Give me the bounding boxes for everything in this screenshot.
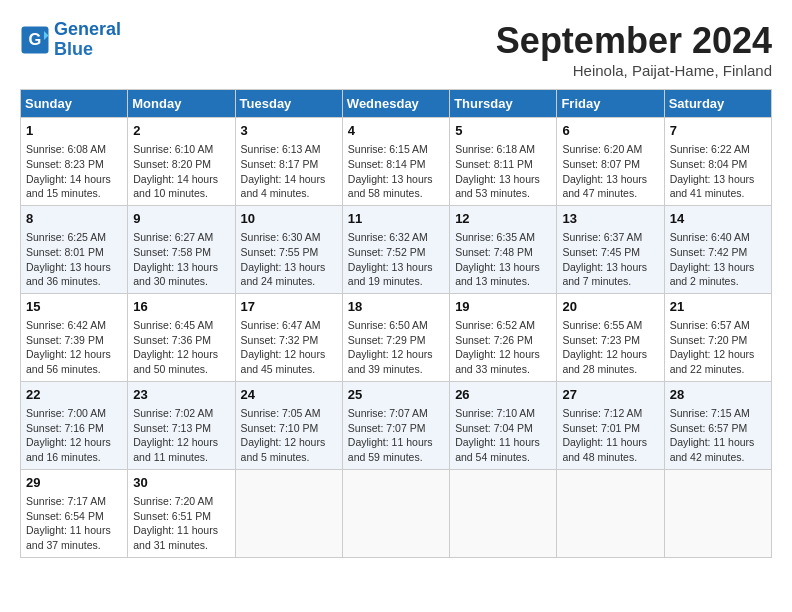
sunset-text: Sunset: 7:01 PM: [562, 421, 658, 436]
month-title: September 2024: [496, 20, 772, 62]
sunrise-text: Sunrise: 7:20 AM: [133, 494, 229, 509]
daylight-text: Daylight: 12 hours and 22 minutes.: [670, 347, 766, 376]
sunrise-text: Sunrise: 6:52 AM: [455, 318, 551, 333]
sunset-text: Sunset: 8:17 PM: [241, 157, 337, 172]
sunset-text: Sunset: 6:51 PM: [133, 509, 229, 524]
day-number: 18: [348, 298, 444, 316]
sunrise-text: Sunrise: 6:57 AM: [670, 318, 766, 333]
sunset-text: Sunset: 7:39 PM: [26, 333, 122, 348]
sunset-text: Sunset: 6:57 PM: [670, 421, 766, 436]
daylight-text: Daylight: 13 hours and 7 minutes.: [562, 260, 658, 289]
sunset-text: Sunset: 7:13 PM: [133, 421, 229, 436]
daylight-text: Daylight: 11 hours and 31 minutes.: [133, 523, 229, 552]
calendar-cell: 7Sunrise: 6:22 AMSunset: 8:04 PMDaylight…: [664, 118, 771, 206]
calendar-cell: 24Sunrise: 7:05 AMSunset: 7:10 PMDayligh…: [235, 381, 342, 469]
calendar-header-row: SundayMondayTuesdayWednesdayThursdayFrid…: [21, 90, 772, 118]
calendar-cell: 1Sunrise: 6:08 AMSunset: 8:23 PMDaylight…: [21, 118, 128, 206]
daylight-text: Daylight: 13 hours and 2 minutes.: [670, 260, 766, 289]
sunrise-text: Sunrise: 6:50 AM: [348, 318, 444, 333]
day-number: 15: [26, 298, 122, 316]
sunset-text: Sunset: 7:04 PM: [455, 421, 551, 436]
sunset-text: Sunset: 7:20 PM: [670, 333, 766, 348]
daylight-text: Daylight: 13 hours and 24 minutes.: [241, 260, 337, 289]
col-header-sunday: Sunday: [21, 90, 128, 118]
calendar-cell: 28Sunrise: 7:15 AMSunset: 6:57 PMDayligh…: [664, 381, 771, 469]
sunset-text: Sunset: 8:04 PM: [670, 157, 766, 172]
calendar-cell: 18Sunrise: 6:50 AMSunset: 7:29 PMDayligh…: [342, 293, 449, 381]
sunrise-text: Sunrise: 6:47 AM: [241, 318, 337, 333]
sunset-text: Sunset: 8:20 PM: [133, 157, 229, 172]
day-number: 14: [670, 210, 766, 228]
sunrise-text: Sunrise: 6:10 AM: [133, 142, 229, 157]
col-header-wednesday: Wednesday: [342, 90, 449, 118]
day-number: 2: [133, 122, 229, 140]
daylight-text: Daylight: 12 hours and 50 minutes.: [133, 347, 229, 376]
calendar-cell: 11Sunrise: 6:32 AMSunset: 7:52 PMDayligh…: [342, 205, 449, 293]
calendar-cell: 23Sunrise: 7:02 AMSunset: 7:13 PMDayligh…: [128, 381, 235, 469]
sunrise-text: Sunrise: 6:55 AM: [562, 318, 658, 333]
calendar-cell: [664, 469, 771, 557]
sunrise-text: Sunrise: 6:13 AM: [241, 142, 337, 157]
logo-text: General Blue: [54, 20, 121, 60]
calendar-cell: 3Sunrise: 6:13 AMSunset: 8:17 PMDaylight…: [235, 118, 342, 206]
sunrise-text: Sunrise: 6:22 AM: [670, 142, 766, 157]
sunset-text: Sunset: 7:26 PM: [455, 333, 551, 348]
daylight-text: Daylight: 12 hours and 39 minutes.: [348, 347, 444, 376]
sunset-text: Sunset: 8:14 PM: [348, 157, 444, 172]
daylight-text: Daylight: 12 hours and 33 minutes.: [455, 347, 551, 376]
daylight-text: Daylight: 13 hours and 19 minutes.: [348, 260, 444, 289]
calendar-cell: [450, 469, 557, 557]
sunset-text: Sunset: 7:52 PM: [348, 245, 444, 260]
daylight-text: Daylight: 13 hours and 36 minutes.: [26, 260, 122, 289]
day-number: 30: [133, 474, 229, 492]
daylight-text: Daylight: 11 hours and 37 minutes.: [26, 523, 122, 552]
daylight-text: Daylight: 11 hours and 48 minutes.: [562, 435, 658, 464]
daylight-text: Daylight: 12 hours and 5 minutes.: [241, 435, 337, 464]
day-number: 1: [26, 122, 122, 140]
sunrise-text: Sunrise: 6:32 AM: [348, 230, 444, 245]
calendar-cell: 9Sunrise: 6:27 AMSunset: 7:58 PMDaylight…: [128, 205, 235, 293]
logo-icon: G: [20, 25, 50, 55]
daylight-text: Daylight: 13 hours and 53 minutes.: [455, 172, 551, 201]
sunrise-text: Sunrise: 7:05 AM: [241, 406, 337, 421]
sunset-text: Sunset: 7:23 PM: [562, 333, 658, 348]
daylight-text: Daylight: 11 hours and 59 minutes.: [348, 435, 444, 464]
sunrise-text: Sunrise: 6:35 AM: [455, 230, 551, 245]
day-number: 6: [562, 122, 658, 140]
daylight-text: Daylight: 12 hours and 56 minutes.: [26, 347, 122, 376]
sunset-text: Sunset: 7:48 PM: [455, 245, 551, 260]
calendar-cell: 22Sunrise: 7:00 AMSunset: 7:16 PMDayligh…: [21, 381, 128, 469]
sunrise-text: Sunrise: 7:17 AM: [26, 494, 122, 509]
day-number: 17: [241, 298, 337, 316]
day-number: 9: [133, 210, 229, 228]
logo: G General Blue: [20, 20, 121, 60]
day-number: 3: [241, 122, 337, 140]
calendar-table: SundayMondayTuesdayWednesdayThursdayFrid…: [20, 89, 772, 558]
sunrise-text: Sunrise: 6:42 AM: [26, 318, 122, 333]
calendar-cell: [557, 469, 664, 557]
sunset-text: Sunset: 7:42 PM: [670, 245, 766, 260]
calendar-cell: 21Sunrise: 6:57 AMSunset: 7:20 PMDayligh…: [664, 293, 771, 381]
calendar-cell: 4Sunrise: 6:15 AMSunset: 8:14 PMDaylight…: [342, 118, 449, 206]
week-row-3: 15Sunrise: 6:42 AMSunset: 7:39 PMDayligh…: [21, 293, 772, 381]
day-number: 23: [133, 386, 229, 404]
sunrise-text: Sunrise: 6:37 AM: [562, 230, 658, 245]
day-number: 20: [562, 298, 658, 316]
col-header-friday: Friday: [557, 90, 664, 118]
daylight-text: Daylight: 14 hours and 4 minutes.: [241, 172, 337, 201]
day-number: 7: [670, 122, 766, 140]
col-header-monday: Monday: [128, 90, 235, 118]
day-number: 22: [26, 386, 122, 404]
day-number: 16: [133, 298, 229, 316]
day-number: 24: [241, 386, 337, 404]
daylight-text: Daylight: 13 hours and 41 minutes.: [670, 172, 766, 201]
calendar-cell: 17Sunrise: 6:47 AMSunset: 7:32 PMDayligh…: [235, 293, 342, 381]
calendar-cell: 19Sunrise: 6:52 AMSunset: 7:26 PMDayligh…: [450, 293, 557, 381]
sunset-text: Sunset: 7:29 PM: [348, 333, 444, 348]
sunrise-text: Sunrise: 6:08 AM: [26, 142, 122, 157]
calendar-cell: 26Sunrise: 7:10 AMSunset: 7:04 PMDayligh…: [450, 381, 557, 469]
calendar-cell: [235, 469, 342, 557]
sunrise-text: Sunrise: 6:20 AM: [562, 142, 658, 157]
day-number: 13: [562, 210, 658, 228]
sunrise-text: Sunrise: 6:27 AM: [133, 230, 229, 245]
